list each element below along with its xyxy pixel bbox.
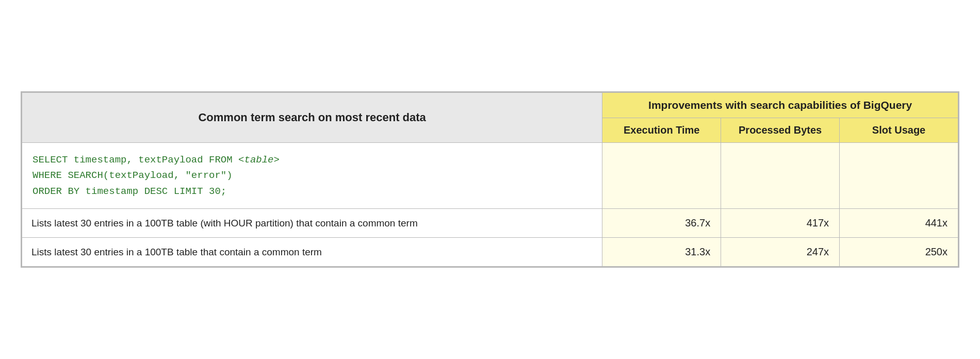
processed-bytes-header: Processed Bytes (721, 118, 840, 142)
row1-description: Lists latest 30 entries in a 100TB table… (22, 209, 602, 238)
row2-slot-usage: 250x (840, 238, 958, 267)
slot-usage-header: Slot Usage (840, 118, 958, 142)
code-line-2: WHERE SEARCH(textPayload, "error") (32, 168, 592, 183)
table-row: Lists latest 30 entries in a 100TB table… (22, 238, 958, 267)
improvements-header: Improvements with search capabilities of… (602, 92, 958, 118)
row1-execution-time: 36.7x (602, 209, 721, 238)
code-line-3: ORDER BY timestamp DESC LIMIT 30; (32, 184, 592, 199)
code-line1-prefix: SELECT timestamp, textPayload FROM (32, 154, 238, 166)
code-bytes-empty (721, 142, 840, 208)
row2-execution-time: 31.3x (602, 238, 721, 267)
execution-time-header: Execution Time (602, 118, 721, 142)
code-cell: SELECT timestamp, textPayload FROM <tabl… (22, 142, 602, 208)
code-table-ref: <table> (238, 154, 280, 166)
row2-processed-bytes: 247x (721, 238, 840, 267)
row2-description: Lists latest 30 entries in a 100TB table… (22, 238, 602, 267)
main-header: Common term search on most recent data (22, 92, 602, 142)
table-row: Lists latest 30 entries in a 100TB table… (22, 209, 958, 238)
code-slot-empty (840, 142, 958, 208)
main-table-container: Common term search on most recent data I… (21, 91, 959, 268)
row1-slot-usage: 441x (840, 209, 958, 238)
code-line-1: SELECT timestamp, textPayload FROM <tabl… (32, 152, 592, 168)
row1-processed-bytes: 417x (721, 209, 840, 238)
code-exec-empty (602, 142, 721, 208)
